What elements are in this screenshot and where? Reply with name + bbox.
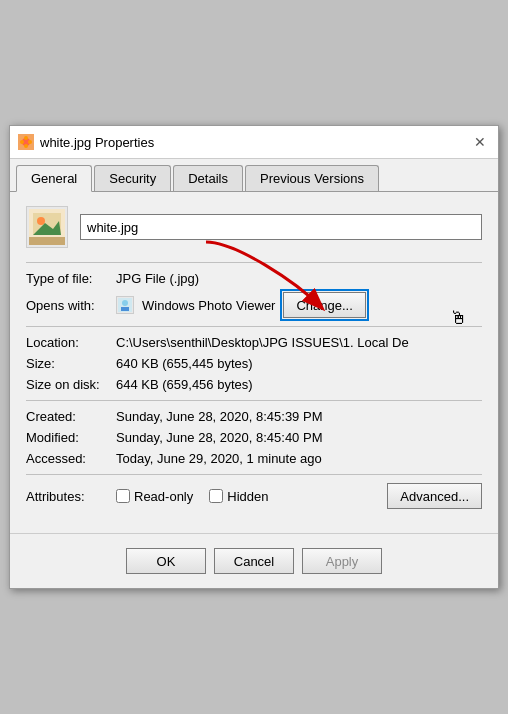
apply-button[interactable]: Apply [302,548,382,574]
svg-point-2 [24,136,28,140]
svg-point-4 [24,144,28,148]
attributes-row: Attributes: Read-only Hidden Advanced... [26,483,482,509]
divider-4 [26,474,482,475]
accessed-value: Today, June 29, 2020, 1 minute ago [116,451,482,466]
tab-content: Type of file: JPG File (.jpg) Opens with… [10,192,498,523]
location-value: C:\Users\senthil\Desktop\JPG ISSUES\1. L… [116,335,482,350]
bottom-buttons: OK Cancel Apply [10,533,498,588]
size-on-disk-value: 644 KB (659,456 bytes) [116,377,482,392]
readonly-label[interactable]: Read-only [134,489,193,504]
svg-rect-13 [121,307,129,311]
file-thumbnail [26,206,68,248]
opens-with-label: Opens with: [26,298,116,313]
tabs-container: General Security Details Previous Versio… [10,159,498,192]
modified-value: Sunday, June 28, 2020, 8:45:40 PM [116,430,482,445]
type-row: Type of file: JPG File (.jpg) [26,271,482,286]
type-value: JPG File (.jpg) [116,271,482,286]
readonly-checkbox[interactable] [116,489,130,503]
file-header [26,206,482,248]
svg-point-3 [28,140,32,144]
opens-with-row: Opens with: Windows Photo Viewer Change.… [26,292,482,318]
tab-previous-versions[interactable]: Previous Versions [245,165,379,191]
location-row: Location: C:\Users\senthil\Desktop\JPG I… [26,335,482,350]
ok-button[interactable]: OK [126,548,206,574]
close-button[interactable]: ✕ [470,132,490,152]
svg-point-5 [20,140,24,144]
attributes-content: Read-only Hidden Advanced... [116,483,482,509]
size-row: Size: 640 KB (655,445 bytes) [26,356,482,371]
type-label: Type of file: [26,271,116,286]
readonly-checkbox-item: Read-only [116,489,193,504]
accessed-label: Accessed: [26,451,116,466]
filename-input[interactable] [80,214,482,240]
size-on-disk-label: Size on disk: [26,377,116,392]
cancel-button[interactable]: Cancel [214,548,294,574]
hidden-checkbox[interactable] [209,489,223,503]
advanced-button[interactable]: Advanced... [387,483,482,509]
modified-label: Modified: [26,430,116,445]
created-value: Sunday, June 28, 2020, 8:45:39 PM [116,409,482,424]
modified-row: Modified: Sunday, June 28, 2020, 8:45:40… [26,430,482,445]
divider-1 [26,262,482,263]
attributes-label: Attributes: [26,489,116,504]
svg-rect-10 [29,237,65,245]
location-label: Location: [26,335,116,350]
size-label: Size: [26,356,116,371]
title-icon [18,134,34,150]
hidden-checkbox-item: Hidden [209,489,268,504]
tab-security[interactable]: Security [94,165,171,191]
size-on-disk-row: Size on disk: 644 KB (659,456 bytes) [26,377,482,392]
tab-general[interactable]: General [16,165,92,192]
change-button[interactable]: Change... [283,292,365,318]
tab-details[interactable]: Details [173,165,243,191]
divider-2 [26,326,482,327]
app-name: Windows Photo Viewer [142,298,275,313]
accessed-row: Accessed: Today, June 29, 2020, 1 minute… [26,451,482,466]
hidden-label[interactable]: Hidden [227,489,268,504]
app-icon [116,296,134,314]
opens-with-content: Windows Photo Viewer Change... [116,292,482,318]
svg-point-8 [37,217,45,225]
properties-dialog: white.jpg Properties ✕ General Security … [9,125,499,589]
created-label: Created: [26,409,116,424]
svg-point-12 [122,300,128,306]
created-row: Created: Sunday, June 28, 2020, 8:45:39 … [26,409,482,424]
divider-3 [26,400,482,401]
window-title: white.jpg Properties [40,135,154,150]
size-value: 640 KB (655,445 bytes) [116,356,482,371]
title-bar: white.jpg Properties ✕ [10,126,498,159]
